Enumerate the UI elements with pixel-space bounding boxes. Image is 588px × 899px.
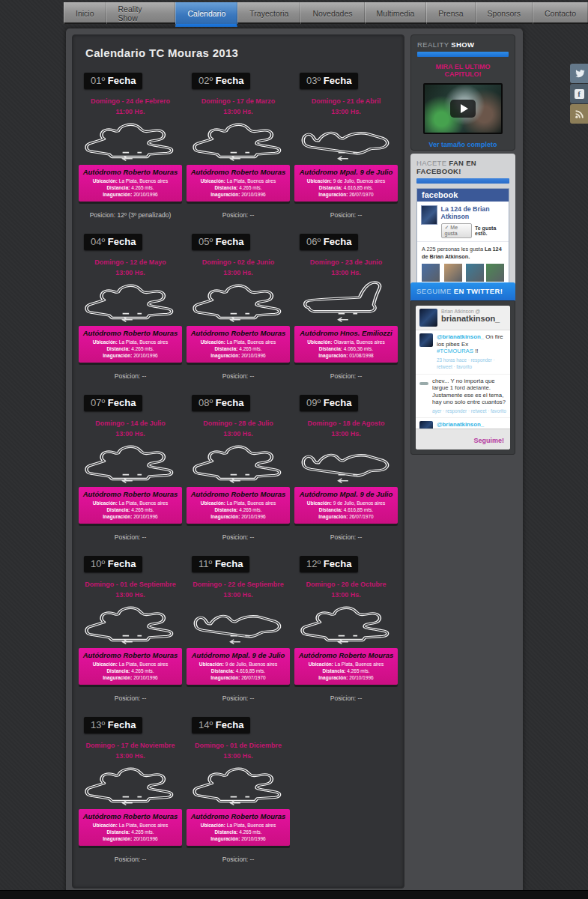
- fecha-number: 07º: [91, 397, 105, 408]
- fecha-badge: 07º Fecha: [84, 395, 142, 411]
- position-text: Posicion: --: [76, 533, 184, 541]
- nav-item[interactable]: Inicio: [64, 2, 106, 24]
- event-datetime: Domingo - 12 de Mayo 13:00 Hs.: [76, 257, 184, 278]
- twitter-account-handle[interactable]: brianatkinson_: [441, 314, 500, 323]
- twitter-account-name: Brian Atkinson @: [441, 309, 500, 314]
- facebook-logo[interactable]: facebook: [417, 189, 509, 202]
- follow-button[interactable]: Seguime!: [473, 437, 504, 444]
- venue-name: Autódromo Roberto Mouras: [188, 490, 288, 498]
- event-datetime: Domingo - 14 de Julio 13:00 Hs.: [76, 418, 184, 439]
- event-time: 13:00 Hs.: [292, 429, 400, 439]
- venue-location: La Plata, Buenos aires: [119, 500, 168, 506]
- event-card: 12º Fecha Domingo - 20 de Octubre 13:00 …: [292, 550, 400, 711]
- nav-item[interactable]: Reality Show: [106, 2, 176, 24]
- direction-arrow-icon: [339, 479, 348, 483]
- facebook-tab[interactable]: f: [570, 84, 588, 103]
- track-map: [81, 118, 180, 162]
- track-map: [297, 118, 395, 162]
- play-icon: [461, 104, 468, 113]
- track-map: [297, 279, 395, 323]
- nav-item[interactable]: Sponsors: [476, 2, 533, 24]
- fecha-label: Fecha: [108, 236, 136, 247]
- venue-inauguration: 20/10/1996: [241, 353, 266, 358]
- tweet-mention[interactable]: @brianatkinson_ @MGiallombardo: [437, 421, 485, 429]
- venue-distance: 4.265 mts.: [131, 185, 154, 190]
- fecha-badge: 09º Fecha: [300, 395, 358, 411]
- venue-name: Autódromo Roberto Mouras: [80, 651, 181, 659]
- event-date: Domingo - 14 de Julio: [76, 418, 184, 429]
- event-time: 13:00 Hs.: [184, 590, 292, 600]
- venue-box: Autódromo Roberto Mouras Ubicación: La P…: [187, 326, 290, 363]
- fecha-badge: 10º Fecha: [84, 556, 142, 572]
- page-title: Calendario TC Mouras 2013: [73, 35, 404, 59]
- twitter-tab[interactable]: [570, 64, 588, 83]
- reality-cta: MIRA EL ULTIMO CAPITULO!: [417, 63, 509, 78]
- venue-name: Autódromo Mpal. 9 de Julio: [296, 490, 396, 498]
- venue-distance: 4.616,85 mts.: [344, 185, 373, 190]
- fan-avatar: [486, 264, 504, 282]
- nav-item-label: Reality Show: [118, 4, 164, 22]
- event-date: Domingo - 01 de Diciembre: [184, 740, 292, 751]
- nav-item-label: Novedades: [312, 9, 352, 18]
- video-thumbnail[interactable]: [423, 83, 503, 134]
- facebook-page-link[interactable]: La 124 de Brian Atkinson: [441, 205, 505, 220]
- fecha-number: 04º: [91, 236, 105, 247]
- video-fullsize-link[interactable]: Ver tamaño completo: [417, 141, 509, 148]
- position-text: Posicion: --: [184, 856, 292, 863]
- tweet-avatar: [419, 421, 433, 429]
- venue-location: La Plata, Buenos aires: [119, 823, 168, 828]
- track-map: [297, 602, 395, 645]
- tweet: @brianatkinson_ @MGiallombardo Gallombet…: [416, 418, 510, 429]
- fecha-label: Fecha: [108, 75, 136, 86]
- fecha-badge: 04º Fecha: [84, 234, 142, 250]
- tweet: chev... Y no importa que largue 1 ford a…: [416, 375, 510, 419]
- event-datetime: Domingo - 28 de Julio 13:00 Hs.: [184, 418, 292, 439]
- event-datetime: Domingo - 01 de Septiembre 13:00 Hs.: [76, 579, 184, 600]
- play-button[interactable]: [450, 100, 476, 118]
- event-datetime: Domingo - 23 de Junio 13:00 Hs.: [292, 257, 400, 278]
- event-datetime: Domingo - 21 de Abril 13:00 Hs.: [292, 96, 400, 117]
- event-datetime: Domingo - 18 de Agosto 13:00 Hs.: [292, 418, 400, 439]
- position-text: Posicion: --: [184, 533, 292, 541]
- tweet-mention[interactable]: @brianatkinson_: [437, 333, 484, 340]
- nav-item[interactable]: Trayectoria: [237, 2, 300, 24]
- nav-item[interactable]: Multimedia: [365, 2, 427, 24]
- tweet-hashtag[interactable]: #TCMOURAS: [437, 348, 473, 354]
- event-date: Domingo - 23 de Junio: [292, 257, 400, 267]
- nav-item[interactable]: Novedades: [300, 2, 364, 24]
- nav-item-label: Multimedia: [377, 9, 415, 18]
- fecha-badge: 05º Fecha: [192, 234, 250, 250]
- event-card: 10º Fecha Domingo - 01 de Septiembre 13:…: [76, 550, 184, 711]
- venue-box: Autódromo Roberto Mouras Ubicación: La P…: [294, 648, 398, 685]
- fecha-label: Fecha: [324, 397, 352, 408]
- rss-icon: [575, 109, 584, 119]
- event-card: 14º Fecha Domingo - 01 de Diciembre 13:0…: [184, 711, 292, 872]
- event-time: 13:00 Hs.: [76, 267, 184, 278]
- position-text: Posicion: --: [292, 694, 400, 702]
- fecha-number: 09º: [306, 397, 321, 408]
- venue-distance: 4.616,85 mts.: [236, 668, 265, 674]
- venue-box: Autódromo Mpal. 9 de Julio Ubicación: 9 …: [187, 648, 290, 685]
- event-time: 13:00 Hs.: [184, 429, 292, 439]
- event-datetime: Domingo - 02 de Junio 13:00 Hs.: [184, 257, 292, 278]
- tweet-meta[interactable]: ayer · responder · retweet · favorito: [432, 408, 506, 415]
- event-date: Domingo - 02 de Junio: [184, 257, 292, 267]
- main-wrapper: Calendario TC Mouras 2013 01º Fecha Domi…: [66, 28, 523, 896]
- event-time: 13:00 Hs.: [292, 267, 400, 278]
- fecha-label: Fecha: [324, 236, 352, 247]
- rss-tab[interactable]: [570, 104, 588, 124]
- tweet-meta[interactable]: 23 horas hace · responder · retweet · fa…: [437, 357, 506, 371]
- fecha-number: 12º: [306, 558, 321, 569]
- fecha-number: 14º: [198, 719, 213, 730]
- nav-item[interactable]: Contacto: [533, 2, 588, 24]
- calendar-panel: Calendario TC Mouras 2013 01º Fecha Domi…: [72, 34, 404, 889]
- venue-inauguration: 26/07/1970: [349, 192, 374, 197]
- track-map: [189, 763, 288, 806]
- like-button[interactable]: ✓ Me gusta: [441, 223, 472, 238]
- venue-inauguration: 20/10/1996: [133, 353, 158, 358]
- venue-inauguration: 20/10/1996: [133, 836, 158, 841]
- nav-item[interactable]: Calendario: [175, 2, 237, 27]
- venue-inauguration: 26/07/1970: [349, 514, 374, 519]
- nav-item[interactable]: Prensa: [426, 2, 475, 24]
- track-map: [189, 602, 288, 645]
